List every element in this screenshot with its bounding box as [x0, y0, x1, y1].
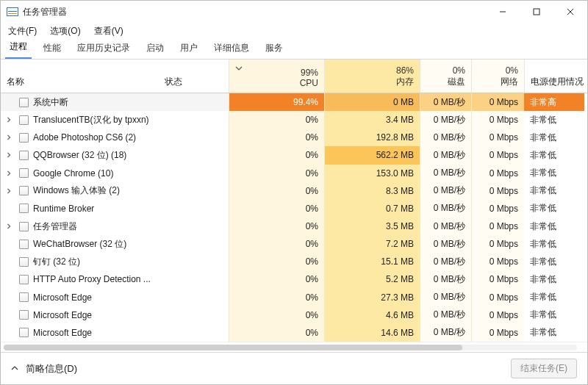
- cell-network: 0 Mbps: [471, 324, 524, 342]
- table-row[interactable]: 钉钉 (32 位)0%15.1 MB0 MB/秒0 Mbps非常低: [1, 253, 587, 270]
- cell-network: 0 Mbps: [471, 200, 524, 217]
- process-status: [159, 324, 229, 342]
- cell-power: 非常低: [524, 306, 584, 324]
- expand-toggle[interactable]: [1, 217, 17, 235]
- cell-power: 非常低: [524, 111, 584, 129]
- table-row[interactable]: Microsoft Edge0%14.6 MB0 MB/秒0 Mbps非常低: [1, 324, 587, 342]
- cell-network: 0 Mbps: [471, 111, 524, 129]
- cell-cpu: 0%: [229, 253, 324, 270]
- menu-view[interactable]: 查看(V): [91, 24, 126, 39]
- col-name[interactable]: 名称: [1, 60, 159, 93]
- titlebar[interactable]: 任务管理器: [1, 1, 587, 23]
- cell-disk: 0 MB/秒: [420, 306, 471, 324]
- cell-power: 非常低: [524, 289, 584, 306]
- col-network[interactable]: 0% 网络: [471, 60, 524, 93]
- minimize-button[interactable]: [486, 1, 520, 23]
- col-power[interactable]: 电源使用情况: [524, 60, 584, 93]
- close-button[interactable]: [553, 1, 587, 23]
- cell-network: 0 Mbps: [471, 182, 524, 200]
- process-icon: [17, 93, 30, 111]
- tab-app-history[interactable]: 应用历史记录: [73, 37, 135, 59]
- table-row[interactable]: Windows 输入体验 (2)0%8.3 MB0 MB/秒0 Mbps非常低: [1, 182, 587, 200]
- menubar: 文件(F) 选项(O) 查看(V): [1, 23, 587, 39]
- expand-toggle: [1, 289, 17, 306]
- process-status: [159, 306, 229, 324]
- cell-memory: 0 MB: [324, 93, 420, 111]
- cell-power: 非常低: [524, 235, 584, 253]
- col-memory[interactable]: 86% 内存: [324, 60, 420, 93]
- cell-power: 非常低: [524, 182, 584, 200]
- maximize-button[interactable]: [520, 1, 553, 23]
- table-row[interactable]: Microsoft Edge0%4.6 MB0 MB/秒0 Mbps非常低: [1, 306, 587, 324]
- fewer-details-button[interactable]: 简略信息(D): [11, 362, 77, 375]
- expand-toggle[interactable]: [1, 111, 17, 129]
- cell-disk: 0 MB/秒: [420, 165, 471, 182]
- table-row[interactable]: TranslucentTB(汉化 by tpxxn)0%3.4 MB0 MB/秒…: [1, 111, 587, 129]
- table-row[interactable]: Google Chrome (10)0%153.0 MB0 MB/秒0 Mbps…: [1, 165, 587, 182]
- process-icon: [17, 270, 30, 288]
- expand-toggle[interactable]: [1, 165, 17, 182]
- cell-memory: 0.7 MB: [324, 200, 420, 217]
- tab-users[interactable]: 用户: [176, 37, 202, 59]
- cell-power: 非常低: [524, 217, 584, 235]
- process-status: [159, 270, 229, 288]
- cell-disk: 0 MB/秒: [420, 200, 471, 217]
- menu-options[interactable]: 选项(O): [47, 24, 83, 39]
- tab-details[interactable]: 详细信息: [209, 37, 254, 59]
- table-row[interactable]: QQBrowser (32 位) (18)0%562.2 MB0 MB/秒0 M…: [1, 146, 587, 164]
- expand-toggle: [1, 93, 17, 111]
- cell-network: 0 Mbps: [471, 129, 524, 146]
- cell-memory: 27.3 MB: [324, 289, 420, 306]
- cell-network: 0 Mbps: [471, 270, 524, 288]
- process-name: 钉钉 (32 位): [30, 253, 159, 270]
- cell-cpu: 0%: [229, 129, 324, 146]
- process-icon: [17, 111, 30, 129]
- tab-services[interactable]: 服务: [261, 37, 287, 59]
- table-row[interactable]: 任务管理器0%3.5 MB0 MB/秒0 Mbps非常低: [1, 217, 587, 235]
- process-name: Microsoft Edge: [30, 306, 159, 324]
- process-status: [159, 111, 229, 129]
- expand-toggle[interactable]: [1, 182, 17, 200]
- process-name: QQBrowser (32 位) (18): [30, 146, 159, 164]
- end-task-button[interactable]: 结束任务(E): [511, 359, 577, 378]
- process-icon: [17, 165, 30, 182]
- expand-toggle[interactable]: [1, 129, 17, 146]
- table-row[interactable]: Adobe Photoshop CS6 (2)0%192.8 MB0 MB/秒0…: [1, 129, 587, 146]
- expand-toggle[interactable]: [1, 146, 17, 164]
- process-table: 系统中断99.4%0 MB0 MB/秒0 Mbps非常高TranslucentT…: [1, 93, 587, 342]
- col-cpu[interactable]: 99% CPU: [229, 60, 324, 93]
- cell-memory: 4.6 MB: [324, 306, 420, 324]
- table-row[interactable]: Microsoft Edge0%27.3 MB0 MB/秒0 Mbps非常低: [1, 289, 587, 306]
- tab-performance[interactable]: 性能: [39, 37, 65, 59]
- process-status: [159, 182, 229, 200]
- table-row[interactable]: Runtime Broker0%0.7 MB0 MB/秒0 Mbps非常低: [1, 200, 587, 217]
- process-name: HTTP Auto Proxy Detection ...: [30, 270, 159, 288]
- process-name: Microsoft Edge: [30, 289, 159, 306]
- process-icon: [17, 129, 30, 146]
- table-row[interactable]: WeChatBrowser (32 位)0%7.2 MB0 MB/秒0 Mbps…: [1, 235, 587, 253]
- cell-memory: 7.2 MB: [324, 235, 420, 253]
- process-icon: [17, 182, 30, 200]
- cell-power: 非常低: [524, 146, 584, 164]
- cell-disk: 0 MB/秒: [420, 270, 471, 288]
- table-row[interactable]: 系统中断99.4%0 MB0 MB/秒0 Mbps非常高: [1, 93, 587, 111]
- cell-memory: 8.3 MB: [324, 182, 420, 200]
- cell-disk: 0 MB/秒: [420, 146, 471, 164]
- cell-cpu: 99.4%: [229, 93, 324, 111]
- tab-processes[interactable]: 进程: [5, 36, 32, 59]
- cell-cpu: 0%: [229, 235, 324, 253]
- horizontal-scrollbar[interactable]: [1, 342, 587, 352]
- cell-memory: 14.6 MB: [324, 324, 420, 342]
- cell-disk: 0 MB/秒: [420, 217, 471, 235]
- col-status[interactable]: 状态: [159, 60, 229, 93]
- table-row[interactable]: HTTP Auto Proxy Detection ...0%5.2 MB0 M…: [1, 270, 587, 288]
- cell-memory: 3.5 MB: [324, 217, 420, 235]
- process-status: [159, 93, 229, 111]
- cell-cpu: 0%: [229, 182, 324, 200]
- cell-memory: 562.2 MB: [324, 146, 420, 164]
- col-disk[interactable]: 0% 磁盘: [420, 60, 471, 93]
- cell-power: 非常低: [524, 129, 584, 146]
- process-icon: [17, 306, 30, 324]
- scrollbar-thumb[interactable]: [4, 345, 462, 350]
- tab-startup[interactable]: 启动: [142, 37, 168, 59]
